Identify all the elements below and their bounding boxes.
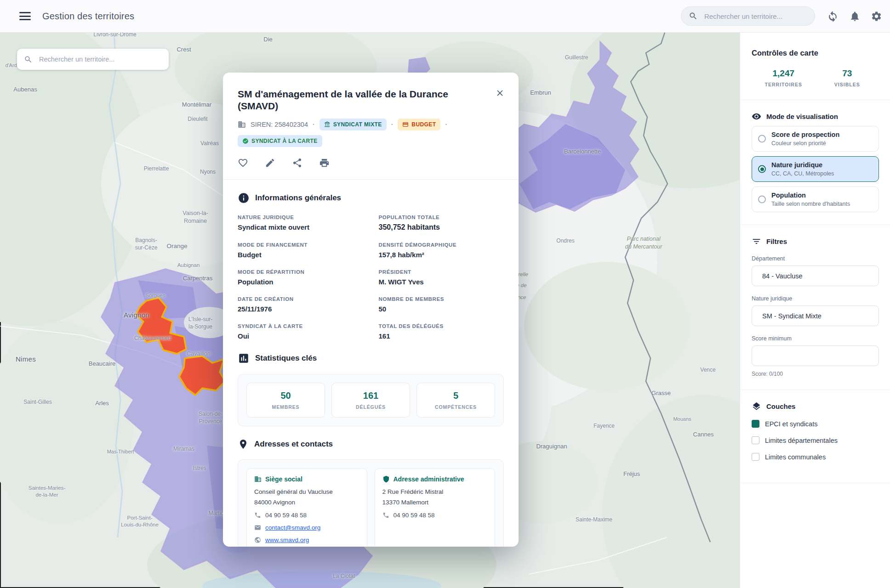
viz-option[interactable]: Nature juridiqueCC, CA, CU, Métropoles (752, 156, 879, 182)
notifications-icon[interactable] (849, 11, 861, 22)
score-minimum-input[interactable] (752, 345, 879, 366)
contact-card-title: Siège social (254, 475, 359, 483)
credit-card-icon (402, 121, 409, 128)
field-label: TOTAL DES DÉLÉGUÉS (379, 323, 504, 329)
panel-stats: 1,247TERRITOIRES73VISIBLES (752, 68, 879, 87)
viz-option-title: Nature juridique (771, 161, 873, 169)
share-icon[interactable] (292, 158, 302, 168)
map-label: Aubenas (13, 85, 37, 93)
radio-icon[interactable] (758, 196, 766, 204)
map-label: Ondres (556, 237, 574, 245)
map-label: L'Isle-sur- la-Sorgue (188, 316, 212, 331)
info-icon (238, 192, 250, 204)
layer-toggle[interactable]: Limites communales (752, 453, 879, 461)
checkbox-icon[interactable] (752, 436, 759, 444)
map-controls-panel: Contrôles de carte 1,247TERRITOIRES73VIS… (740, 32, 890, 588)
map-label: Nyons (200, 169, 216, 176)
header-search-box[interactable] (681, 6, 815, 26)
viz-option-title: Score de prospection (771, 131, 873, 138)
print-icon[interactable] (319, 158, 330, 168)
info-field: POPULATION TOTALE350,752 habitants (379, 215, 504, 232)
panel-stat: 73VISIBLES (816, 68, 879, 87)
radio-selected-icon[interactable] (758, 165, 766, 173)
contact-cards: Siège socialConseil général du Vaucluse8… (238, 459, 504, 547)
map-label: Dieulefit (188, 116, 207, 123)
map-label: Sainte-Maxime (576, 516, 612, 524)
field-value: Oui (238, 332, 363, 340)
contact-link[interactable]: contact@smavd.org (265, 524, 320, 531)
map-label: Crest (177, 45, 191, 53)
sync-icon[interactable] (827, 11, 839, 22)
map-label: Beaucaire (89, 360, 116, 368)
globe-row: www.smavd.org (254, 537, 359, 543)
field-label: MODE DE FINANCEMENT (238, 242, 363, 248)
filters-section-header: Filtres (752, 237, 879, 246)
shield-icon (382, 475, 390, 483)
field-value: 25/11/1976 (238, 305, 363, 313)
budget-badge: BUDGET (398, 119, 440, 130)
contact-text: 04 90 59 48 58 (394, 512, 435, 519)
stat-card: 161DÉLÉGUÉS (331, 383, 410, 418)
map-label: Mouans (673, 416, 691, 423)
map-label: Pierrelatte (144, 165, 169, 173)
contact-text: 04 90 59 48 58 (265, 512, 307, 519)
menu-icon[interactable] (19, 10, 31, 23)
section-title: Adresses et contacts (254, 440, 333, 449)
field-value: M. WIGT Yves (379, 278, 504, 286)
viz-option-subtitle: CC, CA, CU, Métropoles (771, 170, 873, 177)
filter-label: Nature juridique (752, 295, 879, 302)
map-label: Vence (700, 367, 715, 374)
info-field: PRÉSIDENTM. WIGT Yves (379, 269, 504, 286)
map-label: Valréas (200, 140, 219, 147)
contact-link[interactable]: www.smavd.org (265, 537, 309, 543)
settings-icon[interactable] (871, 11, 882, 22)
address-line: 2 Rue Frédéric Mistral (382, 489, 488, 496)
filter-icon (752, 237, 761, 246)
check-circle-icon (242, 138, 249, 144)
building-icon (238, 120, 246, 129)
layer-toggle[interactable]: Limites départementales (752, 436, 879, 444)
header-search-input[interactable] (703, 12, 802, 21)
map-label: Sorgues (146, 292, 165, 299)
modal-meta-row: SIREN: 258402304 · SYNDICAT MIXTE · BUDG… (238, 119, 504, 130)
field-value: Population (238, 278, 363, 286)
info-section-header: Informations générales (238, 192, 504, 204)
layer-label: Limites communales (765, 453, 826, 461)
stat-label: MEMBRES (250, 404, 322, 410)
map-search-input[interactable] (38, 55, 160, 63)
departement-select[interactable]: 84 - Vaucluse (752, 266, 879, 286)
checkbox-checked-icon[interactable] (752, 420, 759, 428)
map-label: Avignon (124, 311, 149, 320)
map-label: Saintes-Maries- de-la-Mer (29, 485, 66, 498)
close-icon[interactable] (495, 88, 505, 98)
panel-stat-value: 1,247 (752, 68, 816, 79)
legal-type-badge: SYNDICAT MIXTE (319, 119, 387, 130)
map-search-box[interactable] (17, 49, 169, 70)
info-grid: NATURE JURIDIQUESyndicat mixte ouvertPOP… (238, 215, 504, 340)
layer-toggle[interactable]: EPCI et syndicats (752, 420, 879, 428)
favorite-icon[interactable] (238, 158, 248, 168)
radio-icon[interactable] (758, 135, 766, 143)
modal-title: SM d'aménagement de la vallée de la Dura… (238, 88, 504, 113)
building-icon (254, 475, 262, 483)
map-label: Fréjus (623, 470, 640, 478)
map-label: Livron-sur-Drôme (93, 32, 136, 39)
field-label: PRÉSIDENT (379, 269, 504, 275)
viz-option[interactable]: PopulationTaille selon nombre d'habitant… (752, 187, 879, 212)
info-field: SYNDICAT À LA CARTEOui (238, 323, 363, 340)
map-label: Bagnols- sur-Cèze (135, 237, 158, 252)
map-label: Istres (193, 465, 206, 472)
map-label: Saint-Gilles (23, 399, 51, 406)
edit-icon[interactable] (265, 158, 275, 168)
layers-icon (752, 401, 761, 411)
checkbox-icon[interactable] (752, 453, 759, 461)
map-label: Salon-de- Provence (199, 411, 222, 425)
field-value: 161 (379, 332, 504, 340)
map-label: Montélimar (182, 101, 211, 108)
map-label: Orange (166, 242, 187, 250)
map-label: Port-Saint- Louis-du-Rhône (121, 514, 159, 528)
viz-option[interactable]: Score de prospectionCouleur selon priori… (752, 126, 879, 152)
nature-juridique-select[interactable]: SM - Syndicat Mixte (752, 305, 879, 326)
panel-stat-value: 73 (816, 68, 879, 79)
top-app-bar: Gestion des territoires (0, 0, 890, 33)
